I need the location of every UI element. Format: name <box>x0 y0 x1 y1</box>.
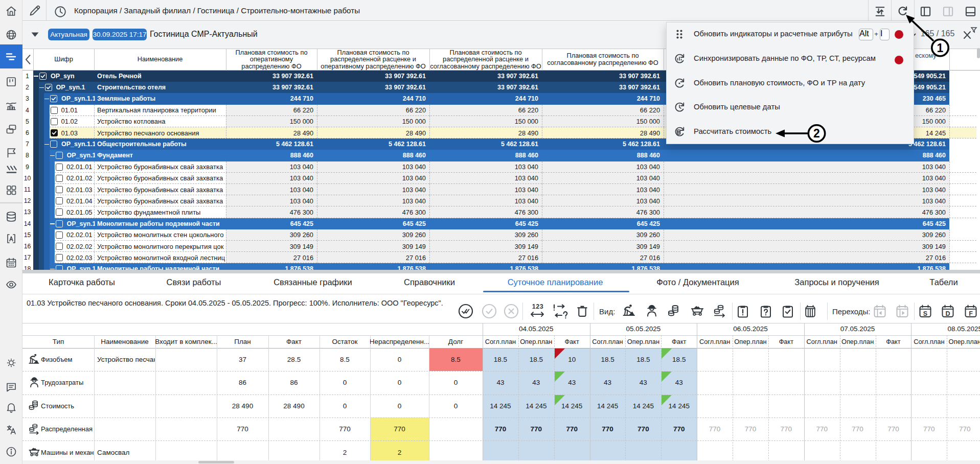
svg-text:2: 2 <box>813 127 820 140</box>
svg-text:1: 1 <box>937 41 944 55</box>
